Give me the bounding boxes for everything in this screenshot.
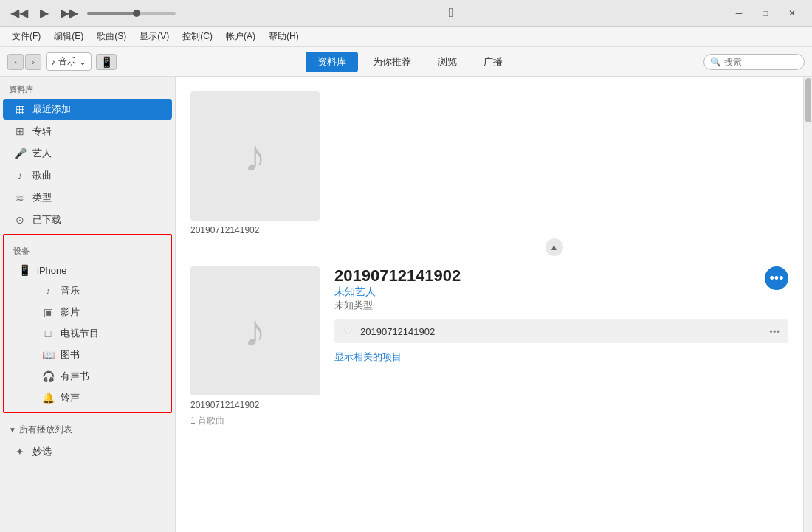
artists-icon: 🎤 <box>13 148 27 159</box>
movies-label: 影片 <box>61 305 80 319</box>
iphone-label: iPhone <box>37 265 66 276</box>
playlists-expand[interactable]: ▼ 所有播放列表 <box>0 419 175 441</box>
menu-help[interactable]: 帮助(H) <box>263 28 305 45</box>
genres-label: 类型 <box>32 191 52 204</box>
sidebar-item-audiobooks[interactable]: 🎧 有声书 <box>7 366 168 387</box>
sidebar-item-books[interactable]: 📖 图书 <box>7 345 168 365</box>
scrollbar-track[interactable] <box>803 77 812 532</box>
search-icon: 🔍 <box>710 57 721 67</box>
menu-song[interactable]: 歌曲(S) <box>91 28 132 45</box>
dropdown-arrow: ⌄ <box>79 57 86 67</box>
menu-file[interactable]: 文件(F) <box>6 28 47 45</box>
music-label: 音乐 <box>58 55 76 68</box>
expand-arrow-container: ▲ <box>190 235 788 259</box>
menu-account[interactable]: 帐户(A) <box>220 28 261 45</box>
content-area: ♪ 20190712141902 ▲ ♪ 20190712141902 1 首歌… <box>176 77 803 532</box>
tv-label: 电视节目 <box>61 327 99 340</box>
albums-icon: ⊞ <box>13 125 27 137</box>
sidebar: 资料库 ▦ 最近添加 ⊞ 专辑 🎤 艺人 ♪ 歌曲 ≋ 类型 ⊙ 已下载 设备 <box>0 77 176 532</box>
album1-label: 20190712141902 <box>190 225 320 235</box>
ringtones-icon: 🔔 <box>41 392 55 404</box>
sidebar-item-genius[interactable]: ✦ 妙选 <box>3 441 172 462</box>
album1-thumbnail[interactable]: ♪ <box>190 91 320 221</box>
detail-panel: 20190712141902 未知艺人 未知类型 ••• ♡ 201907121… <box>334 266 788 427</box>
songs-icon: ♪ <box>13 170 27 182</box>
genius-label: 妙选 <box>32 445 52 458</box>
device-section: 设备 📱 iPhone ♪ 音乐 ▣ 影片 □ 电视节目 📖 图书 <box>3 234 172 413</box>
audiobooks-label: 有声书 <box>61 370 89 383</box>
detail-title: 20190712141902 <box>334 266 757 286</box>
songs-label: 歌曲 <box>32 169 52 182</box>
back-button[interactable]: ‹ <box>7 54 24 70</box>
movies-icon: ▣ <box>41 306 55 318</box>
next-button[interactable]: ▶▶ <box>58 4 81 21</box>
sidebar-item-songs[interactable]: ♪ 歌曲 <box>3 165 172 186</box>
menu-bar: 文件(F) 编辑(E) 歌曲(S) 显示(V) 控制(C) 帐户(A) 帮助(H… <box>0 27 812 47</box>
sidebar-item-ringtones[interactable]: 🔔 铃声 <box>7 387 168 408</box>
device-music-icon: ♪ <box>41 285 55 297</box>
sidebar-item-iphone[interactable]: 📱 iPhone <box>7 260 168 280</box>
books-label: 图书 <box>61 348 80 362</box>
window-controls: ─ □ ✕ <box>726 3 805 24</box>
sidebar-item-albums[interactable]: ⊞ 专辑 <box>3 121 172 142</box>
scrollbar-thumb[interactable] <box>805 78 811 122</box>
library-section-label: 资料库 <box>0 77 175 98</box>
search-box[interactable]: 🔍 <box>703 54 805 70</box>
tab-radio[interactable]: 广播 <box>472 52 515 72</box>
tab-library[interactable]: 资料库 <box>306 52 358 72</box>
device-button[interactable]: 📱 <box>96 54 117 70</box>
sidebar-item-artists[interactable]: 🎤 艺人 <box>3 143 172 164</box>
playlists-label: 所有播放列表 <box>19 424 72 436</box>
prev-button[interactable]: ◀◀ <box>7 4 31 21</box>
sidebar-item-downloaded[interactable]: ⊙ 已下载 <box>3 210 172 230</box>
playlist-section: ▼ 所有播放列表 ✦ 妙选 <box>0 419 175 463</box>
maximize-button[interactable]: □ <box>753 3 778 24</box>
detail-header-text: 20190712141902 未知艺人 未知类型 <box>334 266 757 312</box>
track-options-icon[interactable]: ••• <box>769 326 780 337</box>
more-options-button[interactable]: ••• <box>765 266 788 290</box>
track-row: ♡ 20190712141902 ••• <box>334 319 788 343</box>
menu-edit[interactable]: 编辑(E) <box>48 28 89 45</box>
tab-browse[interactable]: 浏览 <box>426 52 469 72</box>
progress-bar[interactable] <box>87 12 176 15</box>
transport-controls: ◀◀ ▶ ▶▶ <box>7 4 176 21</box>
forward-button[interactable]: › <box>25 54 41 70</box>
progress-fill <box>87 12 136 15</box>
progress-handle <box>133 10 140 17</box>
menu-control[interactable]: 控制(C) <box>176 28 219 45</box>
minimize-button[interactable]: ─ <box>726 3 751 24</box>
sidebar-item-music[interactable]: ♪ 音乐 <box>7 280 168 301</box>
nav-bar: ‹ › ♪ 音乐 ⌄ 📱 资料库 为你推荐 浏览 广播 🔍 <box>0 47 812 77</box>
title-bar: ◀◀ ▶ ▶▶  ─ □ ✕ <box>0 0 812 27</box>
album1-row: ♪ 20190712141902 <box>190 91 788 235</box>
apple-logo:  <box>449 5 454 21</box>
playlists-arrow: ▼ <box>9 426 16 434</box>
play-button[interactable]: ▶ <box>37 4 52 21</box>
sidebar-item-tv[interactable]: □ 电视节目 <box>7 323 168 344</box>
albums-label: 专辑 <box>32 125 52 138</box>
close-button[interactable]: ✕ <box>780 3 805 24</box>
album1-note-icon: ♪ <box>244 131 266 182</box>
sidebar-item-genres[interactable]: ≋ 类型 <box>3 187 172 208</box>
sidebar-item-movies[interactable]: ▣ 影片 <box>7 302 168 322</box>
iphone-icon: 📱 <box>18 264 31 276</box>
heart-icon[interactable]: ♡ <box>343 325 353 337</box>
downloaded-label: 已下载 <box>32 213 61 227</box>
search-input[interactable] <box>724 57 798 67</box>
main-area: 资料库 ▦ 最近添加 ⊞ 专辑 🎤 艺人 ♪ 歌曲 ≋ 类型 ⊙ 已下载 设备 <box>0 77 812 532</box>
menu-view[interactable]: 显示(V) <box>134 28 175 45</box>
artists-label: 艺人 <box>32 147 52 160</box>
detail-artist[interactable]: 未知艺人 <box>334 286 757 299</box>
devices-section-label: 设备 <box>4 238 171 260</box>
ringtones-label: 铃声 <box>61 391 80 404</box>
music-selector[interactable]: ♪ 音乐 ⌄ <box>46 52 92 71</box>
tab-recommended[interactable]: 为你推荐 <box>361 52 423 72</box>
music-note-nav: ♪ <box>51 57 55 67</box>
nav-arrows: ‹ › <box>7 54 41 70</box>
show-related-link[interactable]: 显示相关的项目 <box>334 350 788 364</box>
expand-button[interactable]: ▲ <box>546 238 563 256</box>
sidebar-item-recent[interactable]: ▦ 最近添加 <box>3 99 172 120</box>
recent-icon: ▦ <box>13 103 27 115</box>
album2-thumbnail[interactable]: ♪ <box>190 266 320 395</box>
downloaded-icon: ⊙ <box>13 214 27 226</box>
